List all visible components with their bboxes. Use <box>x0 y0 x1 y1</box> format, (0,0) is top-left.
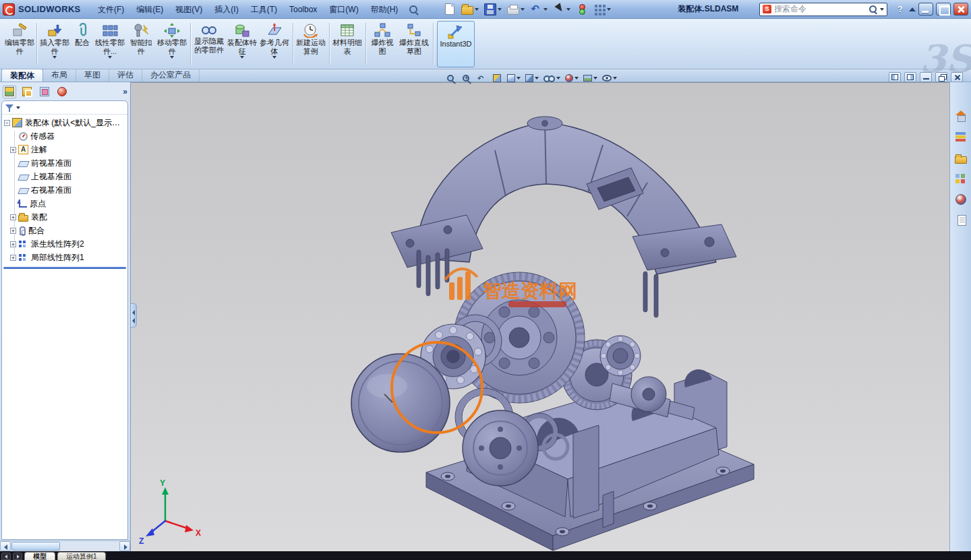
options-button[interactable] <box>591 1 613 18</box>
motion-study-tab[interactable]: 运动算例1 <box>57 552 106 560</box>
menu-insert[interactable]: 插入(I) <box>208 2 244 17</box>
panel-expand-chevron-icon[interactable] <box>123 87 127 96</box>
menu-view[interactable]: 视图(V) <box>169 2 208 17</box>
solidworks-resources-button[interactable] <box>952 108 970 124</box>
appearances-button[interactable] <box>952 191 970 208</box>
search-icon[interactable] <box>869 5 877 13</box>
new-motion-study-button[interactable]: 新建运动算例 <box>295 21 326 67</box>
filter-dropdown-icon[interactable] <box>16 106 20 109</box>
select-button[interactable] <box>551 1 572 18</box>
menu-help[interactable]: 帮助(H) <box>365 2 405 17</box>
menu-file[interactable]: 文件(F) <box>92 2 130 17</box>
custom-properties-button[interactable] <box>952 212 970 228</box>
tree-expand-icon[interactable] <box>10 255 16 261</box>
collapse-toolbar-icon[interactable] <box>909 7 916 11</box>
study-scroll-right-icon[interactable] <box>13 553 22 560</box>
assembly-features-button[interactable]: 装配体特征 <box>227 21 258 67</box>
tree-expand-icon[interactable] <box>10 214 16 220</box>
panel-splitter[interactable] <box>131 303 137 328</box>
tab-sketch[interactable]: 草图 <box>76 69 109 82</box>
scroll-right-icon[interactable] <box>119 541 130 551</box>
file-explorer-button[interactable] <box>952 150 970 166</box>
tree-collapse-icon[interactable] <box>4 120 10 126</box>
menu-edit[interactable]: 编辑(E) <box>130 2 169 17</box>
apply-scene-button[interactable] <box>582 71 599 85</box>
toolbar-pin-icon[interactable] <box>408 4 419 15</box>
menu-tools[interactable]: 工具(T) <box>245 2 283 17</box>
view-settings-button[interactable] <box>601 71 618 85</box>
display-style-button[interactable] <box>524 71 540 85</box>
zoom-fit-button[interactable] <box>444 71 457 85</box>
menu-window[interactable]: 窗口(W) <box>323 2 364 17</box>
study-scroll-left-icon[interactable] <box>1 553 11 560</box>
propertymanager-tab[interactable] <box>20 86 34 98</box>
insert-components-button[interactable]: 插入零部件 <box>39 21 70 67</box>
panel-horizontal-scrollbar[interactable] <box>0 540 130 551</box>
linear-component-pattern-button[interactable]: 线性零部件... <box>94 21 125 67</box>
new-document-button[interactable] <box>442 1 458 18</box>
tree-item-derived-pattern[interactable]: 派生线性阵列2 <box>2 237 127 251</box>
edit-appearance-button[interactable] <box>564 71 580 85</box>
edit-component-button[interactable]: 编辑零部件 <box>4 21 35 67</box>
graphics-area[interactable]: 智造资料网 Y X Z <box>131 82 949 551</box>
scrollbar-thumb[interactable] <box>11 542 60 551</box>
tree-item-right-plane[interactable]: 右视基准面 <box>2 183 127 197</box>
exploded-view-button[interactable]: 爆炸视图 <box>368 21 396 67</box>
reference-geometry-button[interactable]: 参考几何体 <box>259 21 290 67</box>
menu-toolbox[interactable]: Toolbox <box>283 2 323 17</box>
tree-item-assembly-root[interactable]: 装配体 (默认<默认_显示状态-1 <box>2 116 127 129</box>
move-component-button[interactable]: 移动零部件 <box>156 21 187 67</box>
document-minimize-icon[interactable] <box>920 72 932 82</box>
displaymanager-tab[interactable] <box>55 86 69 98</box>
view-palette-button[interactable] <box>952 170 970 187</box>
show-hidden-components-button[interactable]: 显示隐藏的零部件 <box>193 21 225 67</box>
save-button[interactable] <box>482 1 504 18</box>
instant3d-button[interactable]: Instant3D <box>437 21 475 67</box>
tree-expand-icon[interactable] <box>10 228 16 234</box>
tree-item-mates[interactable]: 配合 <box>2 224 127 237</box>
model-tab[interactable]: 模型 <box>24 552 55 560</box>
print-button[interactable] <box>505 1 527 18</box>
tab-layout[interactable]: 布局 <box>43 69 76 82</box>
scroll-left-icon[interactable] <box>0 541 11 551</box>
tree-expand-icon[interactable] <box>10 241 16 247</box>
view-orientation-button[interactable] <box>506 71 522 85</box>
tree-item-origin[interactable]: 原点 <box>2 197 127 210</box>
tree-item-annotations[interactable]: 注解 <box>2 143 127 156</box>
design-library-button[interactable] <box>952 129 970 145</box>
tab-office-products[interactable]: 办公室产品 <box>142 69 200 82</box>
search-dropdown-icon[interactable] <box>880 8 884 11</box>
hide-show-items-button[interactable] <box>542 71 562 85</box>
document-restore-icon[interactable] <box>935 72 947 82</box>
previous-view-button[interactable] <box>475 71 488 85</box>
tree-item-front-plane[interactable]: 前视基准面 <box>2 156 127 170</box>
pane-left-icon[interactable] <box>889 72 901 82</box>
configurationmanager-tab[interactable] <box>38 86 51 98</box>
minimize-button[interactable] <box>918 3 933 15</box>
help-icon[interactable]: ? <box>894 3 906 15</box>
undo-button[interactable] <box>528 1 550 18</box>
command-search-box[interactable]: 搜索命令 <box>759 3 887 16</box>
bill-of-materials-button[interactable]: 材料明细表 <box>332 21 363 67</box>
tree-item-sensors[interactable]: 传感器 <box>2 129 127 143</box>
maximize-button[interactable] <box>936 3 951 15</box>
tab-evaluate[interactable]: 评估 <box>109 69 142 82</box>
document-close-icon[interactable] <box>951 72 963 82</box>
tree-expand-icon[interactable] <box>10 147 16 153</box>
tab-assembly[interactable]: 装配体 <box>1 69 43 82</box>
mate-button[interactable]: 配合 <box>70 21 94 67</box>
close-button[interactable] <box>953 3 968 15</box>
featuremanager-tab[interactable] <box>3 86 16 98</box>
section-view-button[interactable] <box>490 71 504 85</box>
zoom-area-button[interactable] <box>459 71 473 85</box>
tree-item-assembly-folder[interactable]: 装配 <box>2 210 127 224</box>
rollback-bar[interactable] <box>3 267 126 269</box>
open-button[interactable] <box>459 1 481 18</box>
tree-item-top-plane[interactable]: 上视基准面 <box>2 170 127 183</box>
explode-line-sketch-button[interactable]: 爆炸直线草图 <box>398 21 430 67</box>
tree-item-local-pattern[interactable]: 局部线性阵列1 <box>2 251 127 264</box>
search-input[interactable]: 搜索命令 <box>774 3 866 15</box>
rebuild-button[interactable] <box>574 1 590 18</box>
smart-fasteners-button[interactable]: 智能扣件 <box>127 21 155 67</box>
pane-right-icon[interactable] <box>904 72 916 82</box>
